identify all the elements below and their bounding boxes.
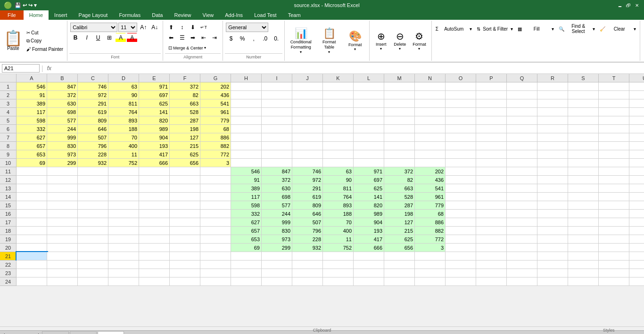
- cell[interactable]: 244: [262, 210, 292, 218]
- cell[interactable]: 752: [108, 159, 139, 167]
- col-header-n[interactable]: N: [415, 74, 446, 82]
- cell[interactable]: [599, 261, 629, 269]
- cell[interactable]: [323, 269, 354, 277]
- cell[interactable]: 764: [108, 108, 139, 116]
- align-bottom-btn[interactable]: ⬇: [188, 23, 198, 32]
- decrease-font-btn[interactable]: A↓: [149, 23, 160, 32]
- font-color-button[interactable]: A: [127, 33, 137, 42]
- cell[interactable]: [170, 210, 200, 218]
- cell[interactable]: [507, 210, 537, 218]
- cell[interactable]: [262, 261, 292, 269]
- cell[interactable]: [47, 210, 78, 218]
- cell[interactable]: [568, 142, 599, 150]
- cell[interactable]: [629, 176, 644, 184]
- cell[interactable]: [384, 82, 415, 91]
- cell[interactable]: [200, 210, 231, 218]
- row-number[interactable]: 21: [0, 252, 17, 261]
- cell[interactable]: [537, 244, 568, 252]
- cell[interactable]: 653: [231, 235, 262, 244]
- cell[interactable]: [537, 133, 568, 142]
- cell[interactable]: 228: [292, 235, 323, 244]
- cell[interactable]: [384, 116, 415, 125]
- cell[interactable]: [599, 116, 629, 125]
- cell[interactable]: [139, 184, 170, 193]
- cell[interactable]: [415, 159, 446, 167]
- cell[interactable]: 546: [17, 82, 47, 91]
- cell[interactable]: [629, 210, 644, 218]
- cell[interactable]: [537, 269, 568, 277]
- cell[interactable]: [231, 125, 262, 133]
- cell[interactable]: [78, 218, 108, 227]
- cell[interactable]: [139, 244, 170, 252]
- cell[interactable]: 779: [200, 116, 231, 125]
- font-name-select[interactable]: Calibri: [70, 23, 117, 32]
- cell[interactable]: [170, 227, 200, 235]
- cell[interactable]: 657: [17, 142, 47, 150]
- cell[interactable]: [200, 193, 231, 201]
- row-number[interactable]: 18: [0, 227, 17, 235]
- cell[interactable]: [629, 184, 644, 193]
- cell[interactable]: [354, 82, 384, 91]
- cell[interactable]: [108, 227, 139, 235]
- cell[interactable]: [139, 277, 170, 286]
- clear-button[interactable]: 🧹 Clear ▾: [598, 25, 638, 33]
- cell[interactable]: [537, 277, 568, 286]
- cell[interactable]: 70: [323, 218, 354, 227]
- cell[interactable]: [599, 91, 629, 99]
- cell[interactable]: [78, 244, 108, 252]
- cell[interactable]: [262, 159, 292, 167]
- sort-filter-button[interactable]: ⇅ Sort & Filter ▾: [475, 25, 515, 33]
- cell[interactable]: [599, 167, 629, 176]
- tab-loadtest[interactable]: Load Test: [248, 10, 282, 20]
- cell[interactable]: [108, 184, 139, 193]
- cell[interactable]: [200, 261, 231, 269]
- cell[interactable]: [507, 91, 537, 99]
- cell[interactable]: [415, 99, 446, 108]
- cell[interactable]: 625: [139, 99, 170, 108]
- row-number[interactable]: 11: [0, 167, 17, 176]
- autosum-button[interactable]: Σ AutoSum ▾: [434, 25, 474, 33]
- col-header-s[interactable]: S: [568, 74, 599, 82]
- cell[interactable]: [476, 91, 507, 99]
- cell[interactable]: [384, 261, 415, 269]
- cell[interactable]: 3: [200, 159, 231, 167]
- cell[interactable]: 746: [78, 82, 108, 91]
- dec-dec-btn[interactable]: 0.: [271, 34, 281, 43]
- cell[interactable]: 69: [17, 159, 47, 167]
- cell[interactable]: [507, 116, 537, 125]
- cell[interactable]: 625: [354, 184, 384, 193]
- cell[interactable]: [568, 244, 599, 252]
- col-header-m[interactable]: M: [384, 74, 415, 82]
- cell[interactable]: 663: [170, 99, 200, 108]
- cell[interactable]: [629, 193, 644, 201]
- cell[interactable]: [262, 252, 292, 261]
- cell[interactable]: 188: [108, 125, 139, 133]
- cell[interactable]: [17, 235, 47, 244]
- cell[interactable]: 893: [108, 116, 139, 125]
- col-header-l[interactable]: L: [354, 74, 384, 82]
- cell[interactable]: [323, 150, 354, 159]
- copy-button[interactable]: ⧉ Copy: [25, 37, 65, 45]
- cell[interactable]: [231, 91, 262, 99]
- cell[interactable]: [476, 159, 507, 167]
- cell[interactable]: [292, 159, 323, 167]
- cell[interactable]: [446, 125, 476, 133]
- cell[interactable]: 372: [384, 167, 415, 176]
- cell[interactable]: [568, 125, 599, 133]
- cell[interactable]: [323, 142, 354, 150]
- cell[interactable]: 299: [47, 159, 78, 167]
- cell[interactable]: [507, 159, 537, 167]
- cell[interactable]: [200, 244, 231, 252]
- cell[interactable]: [446, 142, 476, 150]
- cell[interactable]: [537, 167, 568, 176]
- cell[interactable]: [292, 125, 323, 133]
- cell[interactable]: [292, 261, 323, 269]
- cell[interactable]: [354, 277, 384, 286]
- cell[interactable]: 830: [47, 142, 78, 150]
- cell[interactable]: [354, 133, 384, 142]
- cell[interactable]: [47, 218, 78, 227]
- cell[interactable]: [384, 150, 415, 159]
- cell[interactable]: [170, 269, 200, 277]
- cell[interactable]: [568, 218, 599, 227]
- cell[interactable]: [231, 277, 262, 286]
